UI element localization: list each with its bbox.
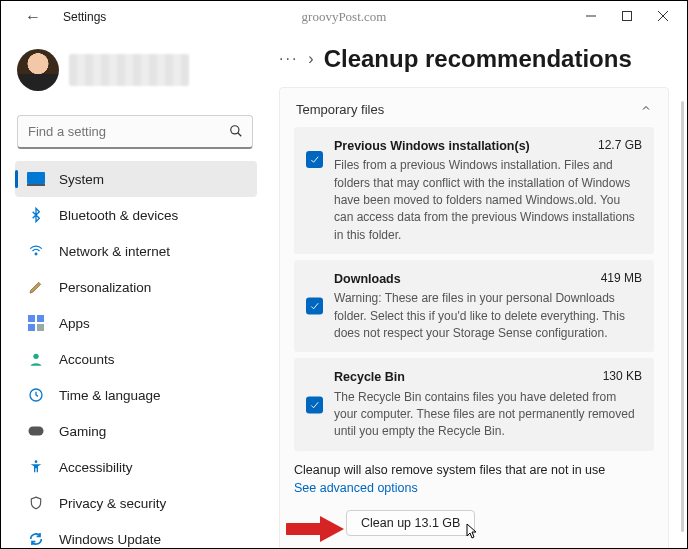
- watermark: groovyPost.com: [302, 9, 387, 25]
- item-name: Previous Windows installation(s): [334, 137, 530, 155]
- apps-icon: [27, 314, 45, 332]
- svg-point-4: [231, 126, 239, 134]
- title-bar: ← Settings groovyPost.com: [1, 1, 687, 33]
- item-desc: The Recycle Bin contains files you have …: [334, 389, 642, 441]
- sidebar-item-brush[interactable]: Personalization: [15, 269, 257, 305]
- sidebar-item-label: Windows Update: [59, 532, 161, 547]
- sidebar-item-label: Bluetooth & devices: [59, 208, 178, 223]
- page-title: Cleanup recommendations: [324, 45, 632, 73]
- advanced-options-link[interactable]: See advanced options: [294, 481, 418, 495]
- item-name: Downloads: [334, 270, 401, 288]
- scrollbar[interactable]: [681, 101, 684, 532]
- svg-rect-10: [37, 315, 44, 322]
- cursor-icon: [466, 523, 480, 539]
- wifi-icon: [27, 242, 45, 260]
- cleanup-button-label: Clean up 13.1 GB: [361, 516, 460, 530]
- sidebar-item-label: Accessibility: [59, 460, 133, 475]
- sidebar: SystemBluetooth & devicesNetwork & inter…: [1, 33, 263, 548]
- svg-rect-1: [623, 12, 632, 21]
- main-panel: ··· › Cleanup recommendations Temporary …: [263, 33, 687, 548]
- window-title: Settings: [63, 10, 106, 24]
- svg-rect-12: [37, 324, 44, 331]
- checkbox[interactable]: [306, 298, 323, 315]
- sidebar-item-label: Network & internet: [59, 244, 170, 259]
- brush-icon: [27, 278, 45, 296]
- sidebar-item-wifi[interactable]: Network & internet: [15, 233, 257, 269]
- minimize-button[interactable]: [573, 1, 609, 31]
- sidebar-item-label: Personalization: [59, 280, 151, 295]
- update-icon: [27, 530, 45, 548]
- svg-point-16: [35, 460, 38, 463]
- svg-point-13: [33, 354, 38, 359]
- back-button[interactable]: ←: [21, 8, 45, 26]
- svg-rect-11: [28, 324, 35, 331]
- bluetooth-icon: [27, 206, 45, 224]
- red-arrow-annotation: [286, 514, 348, 544]
- svg-rect-15: [29, 427, 44, 436]
- user-profile[interactable]: [15, 43, 257, 101]
- item-desc: Files from a previous Windows installati…: [334, 157, 642, 244]
- cleanup-button[interactable]: Clean up 13.1 GB: [346, 510, 475, 536]
- nav-list: SystemBluetooth & devicesNetwork & inter…: [15, 161, 257, 549]
- search-input[interactable]: [17, 115, 253, 149]
- avatar: [17, 49, 59, 91]
- cleanup-note: Cleanup will also remove system files th…: [294, 463, 654, 477]
- breadcrumb-more[interactable]: ···: [279, 50, 298, 68]
- search-icon: [229, 124, 243, 142]
- cleanup-item: Previous Windows installation(s)12.7 GBF…: [294, 127, 654, 254]
- section-title: Temporary files: [296, 102, 384, 117]
- chevron-right-icon: ›: [308, 50, 313, 68]
- svg-rect-7: [27, 184, 45, 186]
- temporary-files-card: Temporary files Previous Windows install…: [279, 87, 669, 548]
- item-name: Recycle Bin: [334, 368, 405, 386]
- cleanup-item: Downloads419 MBWarning: These are files …: [294, 260, 654, 352]
- system-icon: [27, 170, 45, 188]
- item-size: 12.7 GB: [598, 137, 642, 155]
- account-icon: [27, 350, 45, 368]
- svg-line-5: [238, 133, 242, 137]
- sidebar-item-label: Time & language: [59, 388, 161, 403]
- checkbox[interactable]: [306, 396, 323, 413]
- cleanup-item: Recycle Bin130 KBThe Recycle Bin contain…: [294, 358, 654, 450]
- sidebar-item-gaming[interactable]: Gaming: [15, 413, 257, 449]
- close-button[interactable]: [645, 1, 681, 31]
- sidebar-item-label: Gaming: [59, 424, 106, 439]
- svg-point-8: [35, 253, 37, 255]
- user-name-redacted: [69, 54, 189, 86]
- sidebar-item-time[interactable]: Time & language: [15, 377, 257, 413]
- checkbox[interactable]: [306, 151, 323, 168]
- sidebar-item-bluetooth[interactable]: Bluetooth & devices: [15, 197, 257, 233]
- item-desc: Warning: These are files in your persona…: [334, 290, 642, 342]
- item-size: 130 KB: [603, 368, 642, 386]
- sidebar-item-label: Accounts: [59, 352, 115, 367]
- sidebar-item-label: Privacy & security: [59, 496, 166, 511]
- svg-rect-9: [28, 315, 35, 322]
- sidebar-item-update[interactable]: Windows Update: [15, 521, 257, 549]
- item-size: 419 MB: [601, 270, 642, 288]
- sidebar-item-label: Apps: [59, 316, 90, 331]
- privacy-icon: [27, 494, 45, 512]
- sidebar-item-privacy[interactable]: Privacy & security: [15, 485, 257, 521]
- maximize-button[interactable]: [609, 1, 645, 31]
- svg-rect-6: [27, 172, 45, 184]
- sidebar-item-system[interactable]: System: [15, 161, 257, 197]
- accessibility-icon: [27, 458, 45, 476]
- sidebar-item-label: System: [59, 172, 104, 187]
- sidebar-item-apps[interactable]: Apps: [15, 305, 257, 341]
- sidebar-item-account[interactable]: Accounts: [15, 341, 257, 377]
- time-icon: [27, 386, 45, 404]
- chevron-up-icon: [640, 102, 652, 117]
- gaming-icon: [27, 422, 45, 440]
- sidebar-item-accessibility[interactable]: Accessibility: [15, 449, 257, 485]
- section-header[interactable]: Temporary files: [294, 100, 654, 127]
